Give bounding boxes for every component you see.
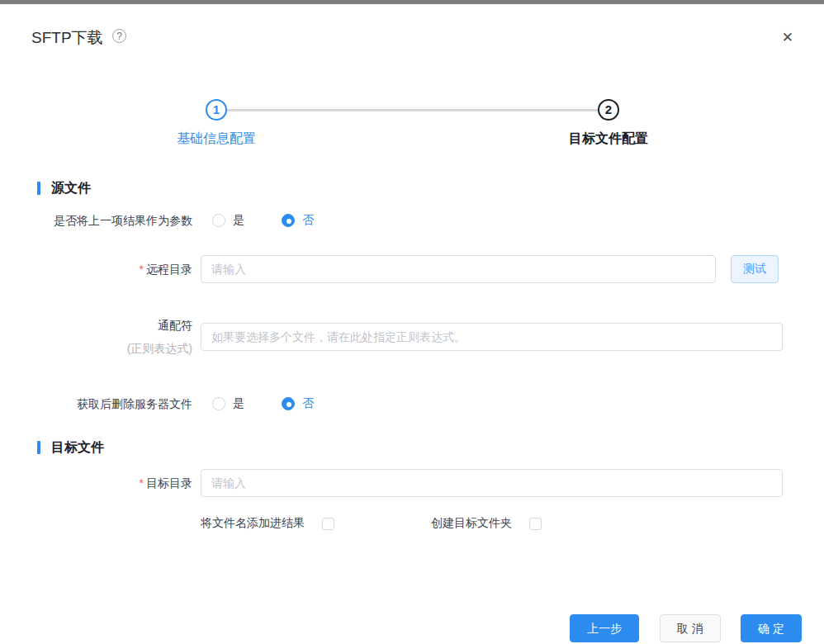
delete-after-row: 获取后删除服务器文件 是 否 [37, 395, 779, 412]
close-icon[interactable]: ✕ [782, 31, 793, 45]
wildcard-label: 通配符(正则表达式) [37, 317, 192, 357]
radio-unchecked-icon [212, 397, 225, 410]
delete-after-no-label: 否 [302, 396, 314, 411]
section-accent-bar [37, 441, 40, 454]
create-folder-option: 创建目标文件夹 [431, 516, 542, 531]
previous-step-button[interactable]: 上一步 [570, 614, 639, 642]
dialog-title: SFTP下载 [31, 29, 103, 46]
remote-dir-row: *远程目录 测试 [37, 255, 779, 283]
wildcard-row: 通配符(正则表达式) [37, 317, 779, 357]
section-target-file: 目标文件 [37, 440, 779, 455]
delete-after-option-yes[interactable]: 是 [212, 396, 244, 411]
help-icon[interactable]: ? [112, 29, 126, 43]
remote-dir-input[interactable] [201, 255, 716, 283]
append-filename-option: 将文件名添加进结果 [201, 516, 334, 531]
step-connector-line [217, 109, 608, 111]
dialog-footer: 上一步 取 消 确 定 [0, 614, 824, 642]
append-filename-label: 将文件名添加进结果 [201, 516, 305, 531]
delete-after-yes-label: 是 [233, 396, 244, 411]
section-source-file: 源文件 [37, 181, 779, 196]
step-target-file[interactable]: 2 目标文件配置 [569, 99, 648, 148]
target-dir-row: *目标目录 [37, 469, 779, 497]
delete-after-radio-group: 是 否 [212, 396, 314, 411]
step-2-circle-icon: 2 [598, 99, 619, 121]
radio-unchecked-icon [212, 214, 225, 227]
section-target-title: 目标文件 [51, 439, 104, 457]
section-source-title: 源文件 [51, 180, 91, 197]
create-folder-label: 创建目标文件夹 [431, 516, 512, 531]
dialog-header: SFTP下载 ? ✕ [0, 4, 824, 52]
required-mark: * [140, 263, 144, 276]
target-dir-label: *目标目录 [37, 475, 192, 491]
form-body: 源文件 是否将上一项结果作为参数 是 否 *远程目录 [0, 181, 824, 531]
wildcard-sublabel: (正则表达式) [37, 340, 192, 357]
delete-after-option-no[interactable]: 否 [282, 396, 314, 411]
remote-dir-label: *远程目录 [37, 261, 192, 277]
confirm-button[interactable]: 确 定 [741, 614, 802, 642]
step-wizard: 1 基础信息配置 2 目标文件配置 [0, 99, 824, 148]
test-button[interactable]: 测试 [731, 255, 779, 283]
use-prev-result-row: 是否将上一项结果作为参数 是 否 [37, 212, 779, 229]
use-prev-result-label: 是否将上一项结果作为参数 [37, 212, 192, 229]
use-prev-result-yes-label: 是 [233, 213, 244, 228]
append-filename-checkbox[interactable] [322, 518, 334, 530]
step-1-circle-icon: 1 [206, 99, 227, 121]
step-2-label: 目标文件配置 [569, 130, 648, 148]
create-folder-checkbox[interactable] [529, 518, 542, 530]
radio-checked-icon [282, 214, 295, 227]
radio-checked-icon [282, 397, 295, 410]
use-prev-result-no-label: 否 [302, 213, 314, 228]
use-prev-result-option-yes[interactable]: 是 [212, 213, 244, 228]
step-basic-info[interactable]: 1 基础信息配置 [177, 99, 256, 148]
target-dir-input[interactable] [201, 469, 783, 497]
options-row: 将文件名添加进结果 创建目标文件夹 [37, 516, 779, 531]
use-prev-result-option-no[interactable]: 否 [282, 213, 314, 228]
cancel-button[interactable]: 取 消 [660, 614, 721, 642]
required-mark: * [140, 476, 144, 490]
wildcard-input[interactable] [201, 323, 783, 351]
section-accent-bar [37, 182, 40, 195]
delete-after-label: 获取后删除服务器文件 [37, 395, 192, 412]
use-prev-result-radio-group: 是 否 [212, 213, 314, 228]
sftp-download-dialog: SFTP下载 ? ✕ 1 基础信息配置 2 目标文件配置 源文件 是否将上一项结… [0, 0, 824, 642]
step-1-label: 基础信息配置 [177, 130, 256, 148]
